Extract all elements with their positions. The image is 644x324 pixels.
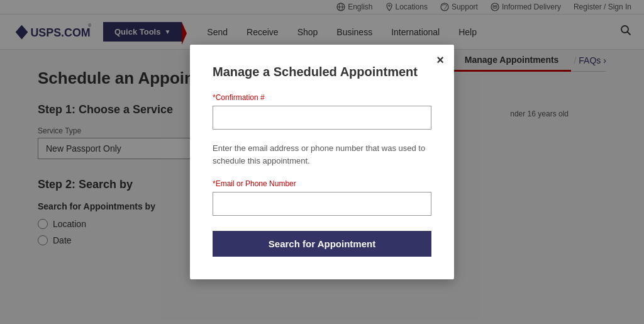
- confirmation-label: *Confirmation #: [213, 93, 431, 102]
- email-phone-label: *Email or Phone Number: [213, 179, 431, 188]
- modal-overlay: × Manage a Scheduled Appointment *Confir…: [0, 0, 644, 324]
- search-for-appointment-button[interactable]: Search for Appointment: [213, 231, 431, 257]
- modal-close-button[interactable]: ×: [436, 53, 444, 66]
- modal: × Manage a Scheduled Appointment *Confir…: [190, 45, 454, 279]
- modal-title: Manage a Scheduled Appointment: [213, 65, 431, 79]
- confirmation-input[interactable]: [213, 106, 431, 130]
- email-phone-input[interactable]: [213, 192, 431, 216]
- modal-description: Enter the email address or phone number …: [213, 142, 431, 167]
